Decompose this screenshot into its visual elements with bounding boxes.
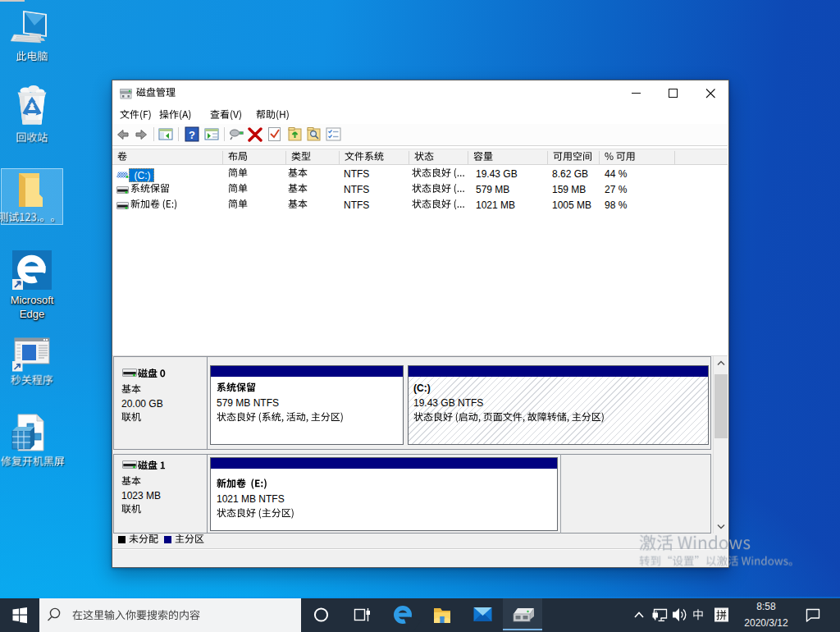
svg-text:?: ? xyxy=(189,129,195,141)
